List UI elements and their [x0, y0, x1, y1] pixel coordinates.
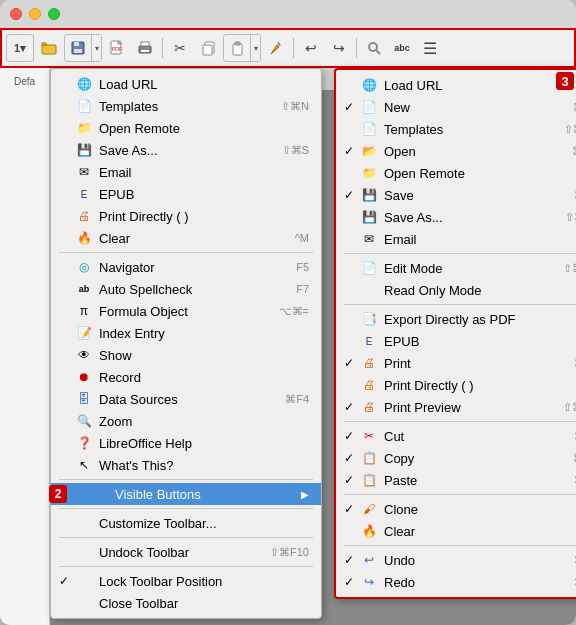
s-menu-item-print-preview[interactable]: ✓ 🖨 Print Preview ⇧⌘O [336, 396, 576, 418]
s-menu-item-redo[interactable]: ✓ ↪ Redo ⌘Y [336, 571, 576, 593]
submenu-arrow: ▶ [301, 489, 309, 500]
menu-item-index-entry[interactable]: 📝 Index Entry [51, 322, 321, 344]
s-save-icon: 💾 [360, 187, 378, 203]
maximize-button[interactable] [48, 8, 60, 20]
s-menu-item-paste[interactable]: ✓ 📋 Paste ⌘V [336, 469, 576, 491]
s-clone-icon: 🖌 [360, 501, 378, 517]
paste-dropdown[interactable]: ▾ [250, 35, 260, 61]
menu-item-data-sources[interactable]: 🗄 Data Sources ⌘F4 [51, 388, 321, 410]
s-menu-item-save-as[interactable]: 💾 Save As... ⇧⌘S [336, 206, 576, 228]
s-menu-item-print-directly[interactable]: 🖨 Print Directly ( ) [336, 374, 576, 396]
redo-button[interactable]: ↪ [326, 35, 352, 61]
s-menu-item-save[interactable]: ✓ 💾 Save ⌘S [336, 184, 576, 206]
s-open-remote-icon: 📁 [360, 165, 378, 181]
separator-c [59, 508, 313, 509]
s-menu-item-open-remote[interactable]: 📁 Open Remote [336, 162, 576, 184]
s-menu-item-email[interactable]: ✉ Email [336, 228, 576, 250]
s-menu-item-edit-mode[interactable]: 📄 Edit Mode ⇧⌘M [336, 257, 576, 279]
s-menu-item-print[interactable]: ✓ 🖨 Print ⌘P [336, 352, 576, 374]
copy-button[interactable] [195, 35, 221, 61]
menu-item-clear[interactable]: 🔥 Clear ^M [51, 227, 321, 249]
clear-icon: 🔥 [75, 230, 93, 246]
menu-item-zoom[interactable]: 🔍 Zoom [51, 410, 321, 432]
customize-icon [75, 515, 93, 531]
s-menu-item-open[interactable]: ✓ 📂 Open ⌘O [336, 140, 576, 162]
s-save-as-icon: 💾 [360, 209, 378, 225]
zoom-icon: 🔍 [75, 413, 93, 429]
s-menu-item-clone[interactable]: ✓ 🖌 Clone [336, 498, 576, 520]
pdf-button[interactable]: PDF [104, 35, 130, 61]
close-button[interactable] [10, 8, 22, 20]
menu-item-close-toolbar[interactable]: Close Toolbar [51, 592, 321, 614]
minimize-button[interactable] [29, 8, 41, 20]
svg-marker-1 [42, 43, 47, 45]
menu-item-undock-toolbar[interactable]: Undock Toolbar ⇧⌘F10 [51, 541, 321, 563]
s-menu-item-copy[interactable]: ✓ 📋 Copy ⌘C [336, 447, 576, 469]
s-readonly-icon [360, 282, 378, 298]
menu-item-record[interactable]: ⏺ Record [51, 366, 321, 388]
s-email-icon: ✉ [360, 231, 378, 247]
s-separator-a [344, 253, 576, 254]
data-sources-icon: 🗄 [75, 391, 93, 407]
index-icon: 📝 [75, 325, 93, 341]
s-templates-icon: 📄 [360, 121, 378, 137]
undo-button[interactable]: ↩ [298, 35, 324, 61]
s-menu-item-epub[interactable]: E EPUB [336, 330, 576, 352]
clone-formatting-button[interactable] [263, 35, 289, 61]
spellcheck-button[interactable]: abc [389, 35, 415, 61]
s-menu-item-read-only[interactable]: Read Only Mode [336, 279, 576, 301]
separator-b [59, 479, 313, 480]
new-button[interactable]: 1▾ [7, 35, 33, 61]
label-2: 2 [49, 485, 67, 503]
s-print-preview-icon: 🖨 [360, 399, 378, 415]
spellcheck-icon: ab [75, 281, 93, 297]
menu-item-templates[interactable]: 📄 Templates ⇧⌘N [51, 95, 321, 117]
menu-item-whats-this[interactable]: ↖ What's This? [51, 454, 321, 476]
s-menu-item-undo[interactable]: ✓ ↩ Undo ⌘Z [336, 549, 576, 571]
menu-item-email[interactable]: ✉ Email [51, 161, 321, 183]
menu-item-open-remote[interactable]: 📁 Open Remote [51, 117, 321, 139]
sidebar-toggle[interactable]: ☰ [417, 35, 443, 61]
s-menu-item-clear[interactable]: 🔥 Clear ^M [336, 520, 576, 542]
find-button[interactable] [361, 35, 387, 61]
open-remote-icon: 📁 [75, 120, 93, 136]
menu-item-visible-buttons[interactable]: 2 Visible Buttons ▶ [51, 483, 321, 505]
print-button[interactable] [132, 35, 158, 61]
menu-item-print-directly[interactable]: 🖨 Print Directly ( ) [51, 205, 321, 227]
s-redo-icon: ↪ [360, 574, 378, 590]
paste-button[interactable] [224, 35, 250, 61]
svg-rect-3 [74, 42, 79, 46]
menu-item-auto-spellcheck[interactable]: ab Auto Spellcheck F7 [51, 278, 321, 300]
separator-1 [162, 38, 163, 58]
menu-item-show[interactable]: 👁 Show [51, 344, 321, 366]
menu-item-navigator[interactable]: ◎ Navigator F5 [51, 256, 321, 278]
open-button[interactable] [36, 35, 62, 61]
s-menu-item-templates[interactable]: 📄 Templates ⇧⌘N [336, 118, 576, 140]
separator-a [59, 252, 313, 253]
svg-rect-9 [141, 42, 149, 46]
s-menu-item-cut[interactable]: ✓ ✂ Cut ⌘X [336, 425, 576, 447]
formula-icon: π [75, 303, 93, 319]
s-cut-icon: ✂ [360, 428, 378, 444]
s-menu-item-export-pdf[interactable]: 📑 Export Directly as PDF [336, 308, 576, 330]
menu-item-load-url[interactable]: 🌐 Load URL [51, 73, 321, 95]
menu-item-libreoffice-help[interactable]: ❓ LibreOffice Help [51, 432, 321, 454]
separator-2 [293, 38, 294, 58]
s-menu-item-load-url[interactable]: 🌐 Load URL [336, 74, 576, 96]
document-area: Default 🌐 Load URL 📄 Templates ⇧⌘N [50, 68, 576, 625]
secondary-context-menu: 3 🌐 Load URL ✓ 📄 New ⌘N 📄 [334, 68, 576, 599]
s-new-icon: 📄 [360, 99, 378, 115]
menu-item-save-as[interactable]: 💾 Save As... ⇧⌘S [51, 139, 321, 161]
svg-rect-14 [235, 42, 240, 45]
save-dropdown[interactable]: ▾ [91, 35, 101, 61]
save-button[interactable] [65, 35, 91, 61]
cut-button[interactable]: ✂ [167, 35, 193, 61]
menu-item-formula-object[interactable]: π Formula Object ⌥⌘= [51, 300, 321, 322]
s-separator-c [344, 421, 576, 422]
menu-item-epub[interactable]: E EPUB [51, 183, 321, 205]
navigator-icon: ◎ [75, 259, 93, 275]
s-menu-item-new[interactable]: ✓ 📄 New ⌘N [336, 96, 576, 118]
s-copy-icon: 📋 [360, 450, 378, 466]
menu-item-customize-toolbar[interactable]: Customize Toolbar... [51, 512, 321, 534]
menu-item-lock-toolbar[interactable]: ✓ Lock Toolbar Position [51, 570, 321, 592]
